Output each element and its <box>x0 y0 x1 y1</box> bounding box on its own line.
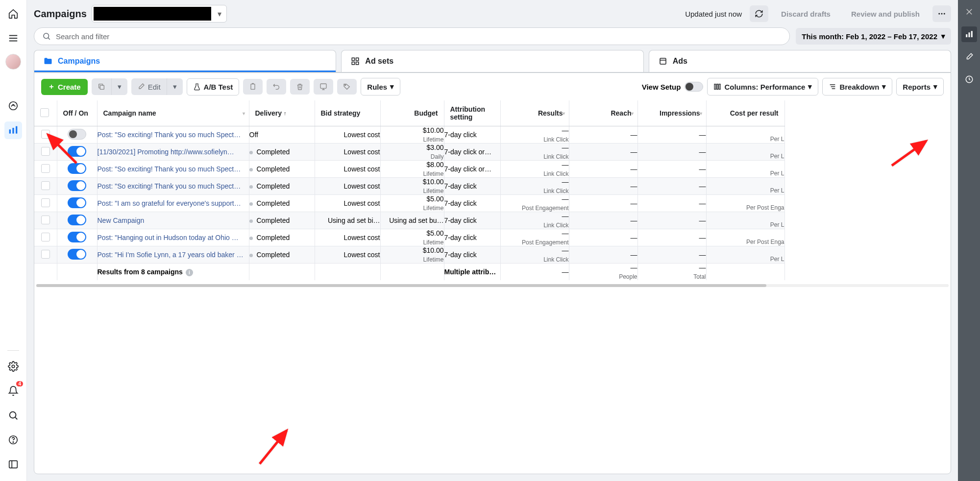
edit-dropdown-button[interactable]: ▾ <box>167 78 183 95</box>
campaign-name-cell: Post: "Hi I'm Sofie Lynn, a 17 years old… <box>97 246 249 264</box>
col-reach[interactable]: Reach▾ <box>569 100 637 126</box>
rules-button[interactable]: Rules ▾ <box>361 78 400 96</box>
col-name[interactable]: Campaign name▾ <box>97 100 249 126</box>
review-publish-button[interactable]: Review and publish <box>843 6 928 22</box>
settings-gear-icon[interactable] <box>4 358 22 375</box>
col-results[interactable]: Results▾ <box>500 100 569 126</box>
campaign-link[interactable]: Post: "So exciting! Thank you so much Sp… <box>98 182 241 190</box>
table-row[interactable]: Post: "I am so grateful for everyone's s… <box>34 195 784 212</box>
help-icon[interactable] <box>4 431 22 449</box>
toggle-switch[interactable] <box>68 215 86 225</box>
col-offon[interactable]: Off / On <box>57 100 97 126</box>
search-box[interactable] <box>34 27 790 45</box>
table-row[interactable]: Post: "So exciting! Thank you so much Sp… <box>34 126 784 144</box>
row-checkbox[interactable] <box>41 181 50 190</box>
table-row[interactable]: Post: "So exciting! Thank you so much Sp… <box>34 161 784 178</box>
export-button[interactable] <box>314 79 333 95</box>
charts-panel-icon[interactable] <box>961 26 977 42</box>
ads-manager-icon[interactable] <box>4 121 22 139</box>
campaign-link[interactable]: Post: "So exciting! Thank you so much Sp… <box>98 165 241 173</box>
delete-button[interactable] <box>290 79 310 95</box>
duplicate-button[interactable] <box>92 78 111 95</box>
copy-button[interactable] <box>243 79 263 95</box>
tag-button[interactable] <box>337 79 357 95</box>
columns-button[interactable]: Columns: Performance ▾ <box>707 78 818 96</box>
horizontal-scrollbar[interactable] <box>36 284 949 287</box>
duplicate-dropdown-button[interactable]: ▾ <box>111 78 127 95</box>
undo-button[interactable] <box>267 79 286 95</box>
toggle-switch[interactable] <box>68 146 86 157</box>
history-panel-icon[interactable] <box>961 72 977 87</box>
toggle-switch[interactable] <box>68 163 86 174</box>
budget-cell: Using ad set bu… <box>380 212 444 229</box>
svg-line-10 <box>15 417 17 419</box>
edit-button[interactable]: Edit <box>131 78 167 95</box>
svg-rect-30 <box>251 84 255 90</box>
reports-button[interactable]: Reports ▾ <box>896 78 944 96</box>
col-impressions[interactable]: Impressions▾ <box>637 100 706 126</box>
notification-badge: 4 <box>16 381 23 386</box>
results-cell: —Post Engagement <box>500 195 569 212</box>
row-checkbox[interactable] <box>41 130 50 139</box>
col-attribution[interactable]: Attribution setting <box>444 100 500 126</box>
tab-label: Campaigns <box>58 57 100 66</box>
toggle-switch[interactable] <box>68 232 86 242</box>
table-row[interactable]: New Campaign Completed Using ad set bi… … <box>34 212 784 229</box>
tab-campaigns[interactable]: Campaigns <box>34 50 336 72</box>
campaign-link[interactable]: Post: "So exciting! Thank you so much Sp… <box>98 131 241 139</box>
info-icon[interactable]: i <box>186 269 193 276</box>
col-cost[interactable]: Cost per result <box>706 100 784 126</box>
breakdown-button[interactable]: Breakdown ▾ <box>822 78 892 96</box>
bid-cell: Lowest cost <box>315 161 380 178</box>
profile-avatar[interactable] <box>5 54 21 70</box>
row-checkbox[interactable] <box>41 147 50 156</box>
select-all-checkbox[interactable] <box>40 108 49 117</box>
toggle-switch[interactable] <box>68 180 86 191</box>
close-panel-icon[interactable] <box>961 4 977 20</box>
more-menu-button[interactable] <box>932 5 951 22</box>
notifications-bell-icon[interactable]: 4 <box>4 382 22 400</box>
discard-drafts-button[interactable]: Discard drafts <box>773 6 838 22</box>
table-row[interactable]: Post: "Hi I'm Sofie Lynn, a 17 years old… <box>34 246 784 264</box>
menu-icon[interactable] <box>4 29 22 47</box>
search-input[interactable] <box>56 32 782 41</box>
refresh-button[interactable] <box>750 5 768 22</box>
table-row[interactable]: Post: "Hanging out in Hudson today at Oh… <box>34 229 784 246</box>
toggle-switch[interactable] <box>68 129 86 140</box>
row-checkbox[interactable] <box>41 233 50 241</box>
col-delivery[interactable]: Delivery↑ <box>249 100 315 126</box>
view-setup-toggle[interactable]: View Setup <box>642 82 704 92</box>
create-button[interactable]: Create <box>41 79 88 95</box>
row-checkbox[interactable] <box>41 216 50 224</box>
campaign-link[interactable]: New Campaign <box>98 216 145 224</box>
account-name-redacted <box>94 7 211 21</box>
table-row[interactable]: Post: "So exciting! Thank you so much Sp… <box>34 178 784 195</box>
campaign-link[interactable]: Post: "I am so grateful for everyone's s… <box>98 199 241 207</box>
chevron-down-icon: ▾ <box>700 111 702 116</box>
toggle-switch[interactable] <box>68 249 86 260</box>
row-checkbox[interactable] <box>41 164 50 173</box>
budget-cell: $5.00Lifetime <box>380 229 444 246</box>
campaign-link[interactable]: [11/30/2021] Promoting http://www.sofiel… <box>98 148 234 156</box>
gauge-icon[interactable] <box>4 97 22 115</box>
campaign-link[interactable]: Post: "Hanging out in Hudson today at Oh… <box>98 234 239 241</box>
edit-panel-icon[interactable] <box>961 49 977 65</box>
account-selector[interactable]: ▾ <box>92 5 227 23</box>
tab-ads[interactable]: Ads <box>649 50 951 72</box>
row-checkbox[interactable] <box>41 250 50 259</box>
chevron-down-icon: ▾ <box>213 9 226 19</box>
collapse-icon[interactable] <box>4 456 22 473</box>
tab-adsets[interactable]: Ad sets <box>341 50 643 72</box>
table-row[interactable]: [11/30/2021] Promoting http://www.sofiel… <box>34 144 784 161</box>
search-rail-icon[interactable] <box>4 407 22 424</box>
date-range-selector[interactable]: This month: Feb 1, 2022 – Feb 17, 2022 ▾ <box>796 28 951 45</box>
row-checkbox[interactable] <box>41 198 50 207</box>
attribution-cell: 7-day click <box>444 126 500 144</box>
ab-test-button[interactable]: A/B Test <box>187 78 240 96</box>
toggle-switch[interactable] <box>68 197 86 208</box>
home-icon[interactable] <box>4 5 22 23</box>
col-bid[interactable]: Bid strategy <box>315 100 380 126</box>
campaign-link[interactable]: Post: "Hi I'm Sofie Lynn, a 17 years old… <box>98 251 244 259</box>
reach-cell: — <box>569 229 637 246</box>
col-budget[interactable]: Budget <box>380 100 444 126</box>
